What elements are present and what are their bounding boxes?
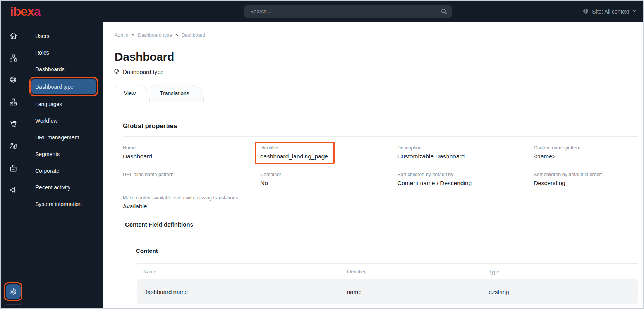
field-definitions-table: Name Identifier Type Dashboard name name… (137, 269, 638, 304)
sidebar-item-segments[interactable]: Segments (26, 146, 103, 162)
tab-translations[interactable]: Translations (151, 85, 204, 102)
divider (137, 263, 638, 264)
content-structure-icon[interactable] (1, 49, 26, 66)
field-content-name-pattern: Content name pattern <name> (534, 145, 638, 164)
tab-view[interactable]: View (115, 85, 150, 102)
sidebar-item-languages[interactable]: Languages (26, 96, 103, 112)
settings-highlight-box (4, 282, 22, 301)
page-title: Dashboard (115, 50, 643, 64)
content-type-icon (114, 68, 120, 76)
personalization-icon[interactable] (1, 137, 26, 154)
column-header-name: Name (143, 269, 347, 275)
home-icon[interactable] (1, 27, 26, 44)
column-header-identifier: Identifier (347, 269, 489, 275)
field-identifier: Identifier dashboard_landing_page (260, 145, 397, 164)
breadcrumb-separator: > (175, 33, 178, 38)
content-field-definitions-heading: Content Field definitions (125, 221, 638, 228)
rail-divider (6, 304, 21, 305)
field-name: Name Dashboard (123, 145, 260, 164)
sidebar-item-url-management[interactable]: URL management (26, 129, 103, 146)
site-icon[interactable] (1, 71, 26, 88)
sidebar-item-corporate[interactable]: Corporate (26, 162, 103, 179)
field-sort-children-order: Sort children by default in order: Desce… (534, 172, 638, 187)
corporate-account-icon[interactable] (1, 160, 26, 177)
column-header-type: Type (489, 269, 638, 275)
ibexa-admin-window: ibexa Site: All context (0, 0, 644, 309)
icon-rail (1, 22, 26, 308)
settings-gear-icon[interactable] (6, 284, 21, 299)
sidebar-item-dashboards[interactable]: Dashboards (26, 61, 103, 77)
dashboard-type-highlight-box: Dashboard type (29, 77, 98, 96)
field-sort-children-by: Sort children by default by: Content nam… (397, 172, 534, 187)
cell-field-identifier: name (347, 288, 489, 295)
chevron-down-icon (632, 9, 637, 15)
ibexa-logo[interactable]: ibexa (10, 5, 41, 18)
field-missing-translations: Make content available even with missing… (123, 195, 260, 210)
breadcrumb-admin[interactable]: Admin (115, 33, 128, 38)
content-field-definitions-section: Content Field definitions Content Name I… (123, 221, 638, 304)
cell-field-name: Dashboard name (143, 288, 347, 295)
sidebar-item-dashboard-type[interactable]: Dashboard type (31, 79, 96, 94)
search-input[interactable] (244, 5, 452, 18)
promotions-icon[interactable] (1, 182, 26, 199)
content-group: Content Name Identifier Type Dashboard n… (125, 247, 638, 304)
table-header-row: Name Identifier Type (137, 269, 638, 275)
product-catalog-icon[interactable] (1, 93, 26, 110)
content-group-heading: Content (136, 247, 638, 254)
sidebar-item-workflow[interactable]: Workflow (26, 112, 103, 129)
sidebar-item-system-information[interactable]: System information (26, 196, 103, 212)
content-type-subtitle: Dashboard type (114, 68, 643, 76)
sidebar-item-users[interactable]: Users (26, 27, 103, 44)
field-url-alias-name-pattern: URL alias name pattern (123, 172, 260, 187)
content-type-label: Dashboard type (123, 69, 164, 75)
identifier-highlight-box: Identifier dashboard_landing_page (255, 142, 335, 164)
commerce-icon[interactable] (1, 115, 26, 132)
site-context-selector[interactable]: Site: All context (582, 1, 637, 22)
breadcrumb: Admin > Dashboard type > Dashboard (115, 33, 643, 38)
cell-field-type: ezstring (489, 288, 638, 295)
search-icon[interactable] (441, 8, 447, 16)
tab-bar: View Translations (115, 85, 643, 102)
breadcrumb-separator: > (132, 33, 134, 38)
admin-menu: Users Roles Dashboards Dashboard type La… (26, 22, 103, 308)
breadcrumb-dashboard-type[interactable]: Dashboard type (138, 33, 172, 38)
global-properties-heading: Global properties (123, 122, 638, 130)
main-content: Admin > Dashboard type > Dashboard Dashb… (103, 22, 643, 308)
global-properties-grid: Name Dashboard Identifier dashboard_land… (123, 145, 638, 210)
field-description: Description Customizable Dashboard (397, 145, 534, 164)
site-context-label: Site: All context (592, 9, 629, 15)
table-row: Dashboard name name ezstring (137, 279, 638, 304)
divider (123, 136, 638, 137)
top-bar: ibexa Site: All context (1, 1, 643, 22)
divider (125, 234, 638, 234)
globe-icon (582, 8, 589, 15)
global-search (244, 5, 452, 18)
sidebar-item-roles[interactable]: Roles (26, 44, 103, 61)
field-container: Container No (260, 172, 397, 187)
breadcrumb-dashboard: Dashboard (182, 33, 205, 38)
tab-panel: Global properties Name Dashboard Identif… (103, 102, 643, 304)
sidebar-item-recent-activity[interactable]: Recent activity (26, 179, 103, 196)
app-body: Users Roles Dashboards Dashboard type La… (1, 22, 643, 308)
